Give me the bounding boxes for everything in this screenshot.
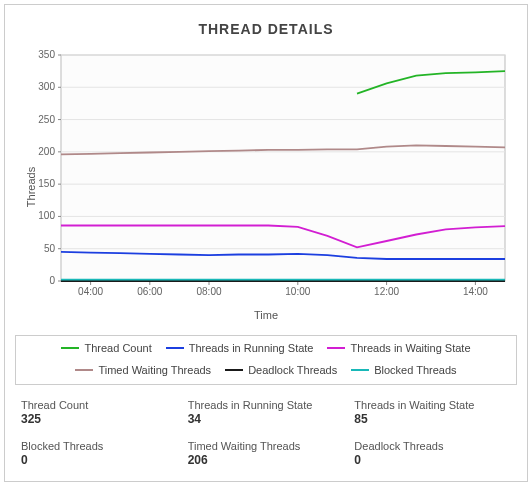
legend-swatch — [61, 347, 79, 349]
svg-text:04:00: 04:00 — [78, 286, 103, 297]
stat-label: Deadlock Threads — [354, 440, 511, 452]
legend-item: Blocked Threads — [351, 364, 456, 376]
svg-text:50: 50 — [44, 243, 56, 254]
legend-item: Timed Waiting Threads — [75, 364, 211, 376]
svg-text:100: 100 — [38, 210, 55, 221]
legend-item: Thread Count — [61, 342, 151, 354]
legend-label: Timed Waiting Threads — [98, 364, 211, 376]
legend-label: Blocked Threads — [374, 364, 456, 376]
svg-text:08:00: 08:00 — [196, 286, 221, 297]
svg-text:300: 300 — [38, 81, 55, 92]
stats-grid: Thread Count325Threads in Running State3… — [15, 399, 517, 467]
legend-label: Thread Count — [84, 342, 151, 354]
legend-label: Threads in Running State — [189, 342, 314, 354]
svg-text:150: 150 — [38, 178, 55, 189]
legend-item: Threads in Waiting State — [327, 342, 470, 354]
stat-value: 0 — [21, 453, 178, 467]
stat-value: 85 — [354, 412, 511, 426]
stat-cell: Thread Count325 — [21, 399, 178, 426]
legend-swatch — [166, 347, 184, 349]
stat-label: Timed Waiting Threads — [188, 440, 345, 452]
svg-text:10:00: 10:00 — [285, 286, 310, 297]
stat-cell: Deadlock Threads0 — [354, 440, 511, 467]
stat-cell: Timed Waiting Threads206 — [188, 440, 345, 467]
page-title: THREAD DETAILS — [15, 21, 517, 37]
stat-value: 206 — [188, 453, 345, 467]
stat-label: Threads in Running State — [188, 399, 345, 411]
stat-value: 34 — [188, 412, 345, 426]
stat-value: 325 — [21, 412, 178, 426]
stat-value: 0 — [354, 453, 511, 467]
svg-text:200: 200 — [38, 146, 55, 157]
stat-cell: Threads in Waiting State85 — [354, 399, 511, 426]
stat-label: Blocked Threads — [21, 440, 178, 452]
legend-item: Deadlock Threads — [225, 364, 337, 376]
svg-text:12:00: 12:00 — [374, 286, 399, 297]
legend-item: Threads in Running State — [166, 342, 314, 354]
thread-details-panel: THREAD DETAILS Threads 05010015020025030… — [4, 4, 528, 482]
x-axis-label: Time — [15, 309, 517, 321]
legend: Thread CountThreads in Running StateThre… — [15, 335, 517, 385]
legend-label: Threads in Waiting State — [350, 342, 470, 354]
legend-swatch — [327, 347, 345, 349]
chart-svg: 05010015020025030035004:0006:0008:0010:0… — [15, 47, 515, 307]
legend-swatch — [75, 369, 93, 371]
svg-text:350: 350 — [38, 49, 55, 60]
stat-cell: Threads in Running State34 — [188, 399, 345, 426]
svg-rect-0 — [61, 55, 505, 281]
stat-label: Thread Count — [21, 399, 178, 411]
legend-swatch — [225, 369, 243, 371]
svg-text:06:00: 06:00 — [137, 286, 162, 297]
svg-text:0: 0 — [49, 275, 55, 286]
legend-label: Deadlock Threads — [248, 364, 337, 376]
thread-chart: Threads 05010015020025030035004:0006:000… — [15, 47, 517, 327]
legend-swatch — [351, 369, 369, 371]
svg-text:14:00: 14:00 — [463, 286, 488, 297]
svg-text:250: 250 — [38, 114, 55, 125]
stat-label: Threads in Waiting State — [354, 399, 511, 411]
stat-cell: Blocked Threads0 — [21, 440, 178, 467]
y-axis-label: Threads — [25, 167, 37, 207]
